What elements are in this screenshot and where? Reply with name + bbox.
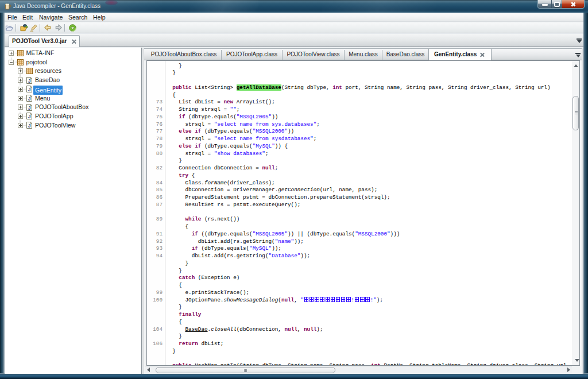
svg-text:J: J [28,87,30,92]
svg-text:J: J [28,105,30,110]
svg-text:J: J [28,114,30,119]
svg-text:J: J [28,96,30,102]
svg-text:J: J [28,78,30,83]
svg-text:J: J [28,123,30,129]
